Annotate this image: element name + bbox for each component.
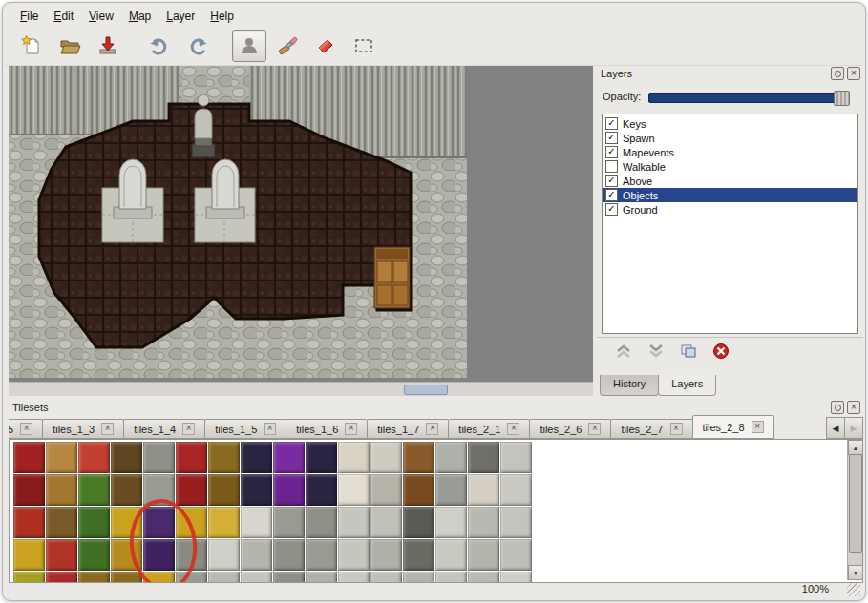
tile-3-14[interactable] (468, 539, 499, 571)
tile-2-14[interactable] (468, 507, 499, 538)
menu-map[interactable]: Map (121, 7, 159, 26)
tile-3-3[interactable] (111, 539, 142, 571)
tile-1-7[interactable] (241, 474, 272, 506)
stamp-tool-button[interactable] (232, 30, 266, 62)
tile-2-5[interactable] (176, 507, 207, 538)
tile-0-4[interactable] (143, 442, 175, 473)
lower-layer-button[interactable] (645, 341, 667, 362)
opacity-slider[interactable] (648, 93, 850, 103)
tile-0-12[interactable] (403, 442, 434, 473)
tile-0-5[interactable] (176, 442, 207, 473)
select-tool-button[interactable] (347, 30, 381, 62)
tile-3-6[interactable] (208, 539, 240, 571)
tile-0-1[interactable] (46, 442, 77, 473)
scroll-up-arrow[interactable]: ▲ (848, 440, 863, 455)
scrollbar-handle[interactable] (404, 385, 448, 395)
float-panel-icon[interactable] (831, 67, 844, 80)
layer-row-objects[interactable]: ✓Objects (603, 188, 857, 202)
tile-0-7[interactable] (241, 442, 272, 473)
layer-row-above[interactable]: ✓Above (603, 174, 857, 188)
tile-2-0[interactable] (13, 507, 45, 538)
tile-3-12[interactable] (403, 539, 434, 571)
layer-row-walkable[interactable]: Walkable (603, 159, 857, 174)
tile-2-8[interactable] (273, 507, 305, 538)
menu-layer[interactable]: Layer (159, 7, 202, 26)
layer-row-keys[interactable]: ✓Keys (603, 116, 857, 131)
menu-edit[interactable]: Edit (46, 7, 81, 26)
tile-1-5[interactable] (176, 474, 207, 506)
tab-close-icon[interactable]: × (101, 423, 114, 435)
layer-visibility-checkbox[interactable] (605, 160, 618, 173)
tab-close-icon[interactable]: × (670, 423, 683, 435)
menu-help[interactable]: Help (202, 7, 242, 26)
eraser-tool-button[interactable] (308, 30, 343, 62)
tab-close-icon[interactable]: × (182, 423, 195, 435)
layer-visibility-checkbox[interactable]: ✓ (605, 203, 618, 216)
tileset-tab-tiles_1_5[interactable]: tiles_1_5× (204, 419, 286, 439)
tile-0-14[interactable] (468, 442, 499, 473)
redo-tool-button[interactable] (180, 30, 215, 62)
close-panel-icon[interactable]: × (847, 67, 860, 80)
tile-2-2[interactable] (78, 507, 110, 538)
layer-visibility-checkbox[interactable]: ✓ (605, 132, 618, 144)
tile-0-3[interactable] (111, 442, 142, 473)
tile-3-4[interactable] (143, 539, 175, 571)
tileset-tab-5[interactable]: 5× (9, 419, 43, 439)
tileset-tab-tiles_2_7[interactable]: tiles_2_7× (610, 419, 692, 439)
save-tool-button[interactable] (91, 30, 125, 62)
tile-1-8[interactable] (273, 474, 305, 506)
tile-1-13[interactable] (435, 474, 467, 506)
tile-1-4[interactable] (143, 474, 175, 506)
tile-1-1[interactable] (46, 474, 77, 506)
close-panel-icon[interactable]: × (847, 401, 860, 414)
tile-0-0[interactable] (13, 442, 45, 473)
tile-2-9[interactable] (306, 507, 337, 538)
float-panel-icon[interactable] (831, 401, 844, 414)
tile-2-12[interactable] (403, 507, 434, 538)
tileset-tab-tiles_2_1[interactable]: tiles_2_1× (448, 419, 530, 439)
tab-close-icon[interactable]: × (426, 423, 438, 435)
duplicate-layer-button[interactable] (677, 341, 700, 362)
resize-grip[interactable] (847, 583, 860, 596)
tile-2-10[interactable] (338, 507, 370, 538)
tileset-vertical-scrollbar[interactable]: ▲ ▼ (847, 440, 862, 580)
tileset-tab-tiles_2_6[interactable]: tiles_2_6× (529, 419, 611, 439)
tile-2-15[interactable] (500, 507, 532, 538)
layer-visibility-checkbox[interactable]: ✓ (605, 146, 618, 158)
tile-0-11[interactable] (370, 442, 402, 473)
tile-0-2[interactable] (78, 442, 110, 473)
tile-3-11[interactable] (370, 539, 402, 571)
tile-2-3[interactable] (111, 507, 142, 538)
tileset-tab-tiles_1_4[interactable]: tiles_1_4× (123, 419, 205, 439)
tile-3-9[interactable] (306, 539, 337, 571)
layer-visibility-checkbox[interactable]: ✓ (605, 175, 618, 187)
menu-view[interactable]: View (81, 7, 121, 26)
tile-2-6[interactable] (208, 507, 240, 538)
tile-3-8[interactable] (273, 539, 305, 571)
scroll-tabs-right-icon[interactable]: ▶ (844, 417, 863, 439)
raise-layer-button[interactable] (612, 341, 635, 362)
tile-1-15[interactable] (500, 474, 532, 506)
tileset-tab-tiles_2_8[interactable]: tiles_2_8× (692, 415, 774, 439)
tile-3-10[interactable] (338, 539, 370, 571)
tile-3-7[interactable] (241, 539, 272, 571)
layer-visibility-checkbox[interactable]: ✓ (605, 117, 618, 130)
layer-row-ground[interactable]: ✓Ground (603, 202, 857, 217)
tile-2-7[interactable] (241, 507, 272, 538)
tile-3-1[interactable] (46, 539, 77, 571)
tile-0-15[interactable] (500, 442, 532, 473)
opacity-slider-handle[interactable] (834, 91, 850, 106)
tile-2-13[interactable] (435, 507, 467, 538)
tileset-tab-tiles_1_7[interactable]: tiles_1_7× (367, 419, 449, 439)
map-canvas[interactable] (9, 66, 467, 378)
layer-row-mapevents[interactable]: ✓Mapevents (603, 145, 857, 159)
tile-3-15[interactable] (500, 539, 532, 571)
tab-close-icon[interactable]: × (588, 423, 601, 435)
delete-layer-button[interactable] (709, 341, 732, 362)
tile-3-2[interactable] (78, 539, 110, 571)
tile-2-4[interactable] (143, 507, 175, 538)
tile-1-9[interactable] (306, 474, 337, 506)
tile-0-13[interactable] (435, 442, 467, 473)
tile-1-0[interactable] (13, 474, 45, 506)
tile-2-11[interactable] (370, 507, 402, 538)
